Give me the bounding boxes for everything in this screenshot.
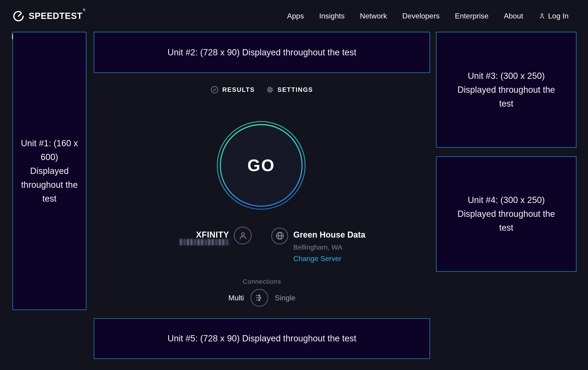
connections-option-single[interactable]: Single [275,294,295,302]
ad-unit-label: Unit #3: (300 x 250) Displayed throughou… [457,69,556,110]
ad-unit-label: Unit #5: (728 x 90) Displayed throughout… [168,332,356,346]
go-button-label: GO [215,119,308,212]
nav-item-enterprise[interactable]: Enterprise [455,12,489,20]
connections-toggle-row: Multi Single [94,288,430,307]
top-nav-bar: SPEEDTEST® Apps Insights Network Develop… [0,0,588,32]
isp-name: XFINITY [163,230,229,240]
login-label: Log In [548,12,569,20]
check-circle-icon [211,86,219,93]
connections-option-multi[interactable]: Multi [228,294,244,302]
results-settings-tabs: RESULTS SETTINGS [94,85,430,94]
ad-unit-label: Unit #2: (728 x 90) Displayed throughout… [168,45,356,59]
server-name: Green House Data [293,230,365,240]
user-icon [238,230,248,240]
tab-settings[interactable]: SETTINGS [266,86,313,93]
ad-unit-3-rectangle[interactable]: Unit #3: (300 x 250) Displayed throughou… [436,32,577,148]
go-button[interactable]: GO [215,119,308,212]
globe-icon [275,231,285,241]
person-icon [538,12,545,19]
scrollbar-artifact [12,34,13,39]
gear-icon [266,86,274,93]
connections-heading: Connections [94,278,430,285]
ad-unit-4-rectangle[interactable]: Unit #4: (300 x 250) Displayed throughou… [436,156,577,272]
nav-item-network[interactable]: Network [360,12,387,20]
speedometer-gauge-icon [12,10,24,22]
change-server-link[interactable]: Change Server [293,255,365,263]
server-location: Bellingham, WA [293,243,365,251]
trademark-mark: ® [83,8,85,11]
main-nav: Apps Insights Network Developers Enterpr… [287,12,569,20]
multi-connection-arrows-icon [254,292,265,303]
tab-settings-label: SETTINGS [277,86,313,93]
tab-results-label: RESULTS [222,86,255,93]
ad-unit-label: Unit #1: (160 x 600) Displayed throughou… [21,136,78,206]
server-globe-badge [271,227,288,244]
connection-mode-toggle[interactable] [250,289,268,307]
isp-user-badge [234,227,252,245]
ad-unit-2-leaderboard[interactable]: Unit #2: (728 x 90) Displayed throughout… [94,32,430,73]
nav-item-insights[interactable]: Insights [319,12,345,20]
server-info: Green House Data Bellingham, WA Change S… [293,230,365,263]
ad-unit-5-leaderboard[interactable]: Unit #5: (728 x 90) Displayed throughout… [94,318,430,359]
tab-results[interactable]: RESULTS [211,86,255,93]
ad-unit-1-skyscraper[interactable]: Unit #1: (160 x 600) Displayed throughou… [12,32,86,310]
connection-info-row: XFINITY Green House Data Bellingham, WA … [94,225,430,268]
login-button[interactable]: Log In [538,12,569,20]
ad-unit-label: Unit #4: (300 x 250) Displayed throughou… [457,193,556,235]
speedtest-page: SPEEDTEST® Apps Insights Network Develop… [0,0,588,370]
nav-item-about[interactable]: About [504,12,523,20]
nav-item-apps[interactable]: Apps [287,12,304,20]
speedtest-logo[interactable]: SPEEDTEST® [12,10,85,22]
brand-name: SPEEDTEST® [29,11,85,21]
nav-item-developers[interactable]: Developers [402,12,440,20]
isp-ip-redacted [180,239,229,245]
